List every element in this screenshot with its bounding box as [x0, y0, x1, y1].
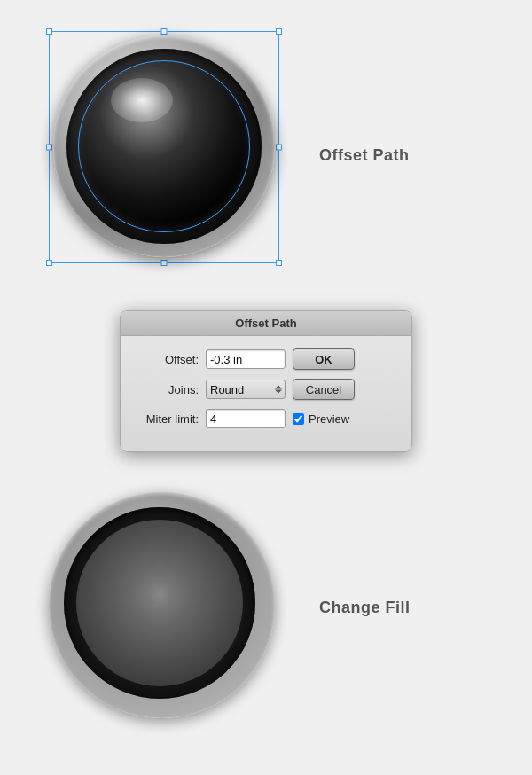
- offset-path-dialog: Offset Path Offset: OK Joins: Miter Roun…: [120, 310, 412, 452]
- bottom-section: Change Fill: [0, 470, 532, 745]
- ball-bottom-container: [44, 488, 284, 727]
- handle-top-right: [276, 28, 282, 35]
- handle-middle-right: [276, 145, 282, 151]
- offset-label: Offset:: [135, 353, 199, 366]
- ok-button[interactable]: OK: [293, 348, 355, 370]
- top-label: Offset Path: [319, 146, 410, 165]
- preview-checkbox[interactable]: [293, 413, 304, 425]
- ball-top-container: [44, 27, 284, 284]
- preview-label: Preview: [309, 412, 349, 426]
- joins-select[interactable]: Miter Round Bevel: [206, 380, 286, 399]
- miter-label: Miter limit:: [135, 412, 199, 426]
- offset-input[interactable]: [206, 349, 286, 369]
- miter-input[interactable]: [206, 409, 286, 428]
- handle-top-left: [46, 28, 52, 35]
- joins-label: Joins:: [135, 383, 199, 396]
- handle-top-center: [161, 28, 168, 35]
- offset-row: Offset: OK: [135, 348, 397, 370]
- cancel-button[interactable]: Cancel: [293, 379, 355, 400]
- dialog-body: Offset: OK Joins: Miter Round Bevel: [121, 336, 411, 451]
- ball-sphere-bottom: [76, 520, 243, 686]
- dialog-title: Offset Path: [235, 317, 296, 330]
- handle-bottom-left: [46, 260, 52, 266]
- handle-bottom-center: [161, 260, 168, 266]
- miter-row: Miter limit: Preview: [135, 409, 397, 428]
- top-section: Offset Path: [0, 0, 532, 301]
- joins-row: Joins: Miter Round Bevel Cancel: [135, 379, 397, 400]
- dialog-section: Offset Path Offset: OK Joins: Miter Roun…: [0, 301, 532, 470]
- handle-middle-left: [46, 145, 52, 151]
- joins-select-wrap: Miter Round Bevel: [206, 380, 286, 399]
- preview-row: Preview: [293, 412, 349, 426]
- dialog-titlebar: Offset Path: [121, 311, 411, 336]
- handle-bottom-right: [276, 260, 282, 266]
- bottom-label: Change Fill: [319, 599, 411, 617]
- inner-ellipse-selection: [78, 60, 250, 232]
